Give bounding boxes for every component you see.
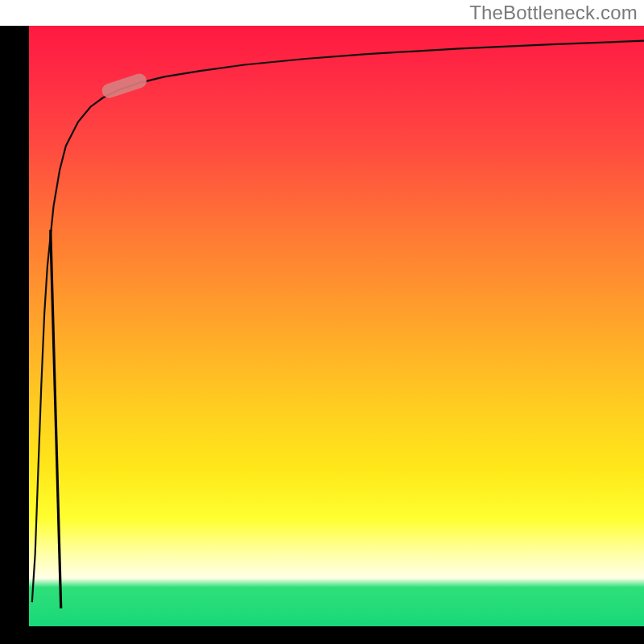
bottleneck-curve (32, 41, 644, 603)
needle-spike (51, 230, 61, 609)
highlight-marker (100, 72, 148, 100)
plot-overlay (29, 26, 644, 626)
watermark-text: TheBottleneck.com (469, 2, 638, 24)
y-axis-band (0, 26, 29, 644)
x-axis-band (0, 626, 644, 644)
